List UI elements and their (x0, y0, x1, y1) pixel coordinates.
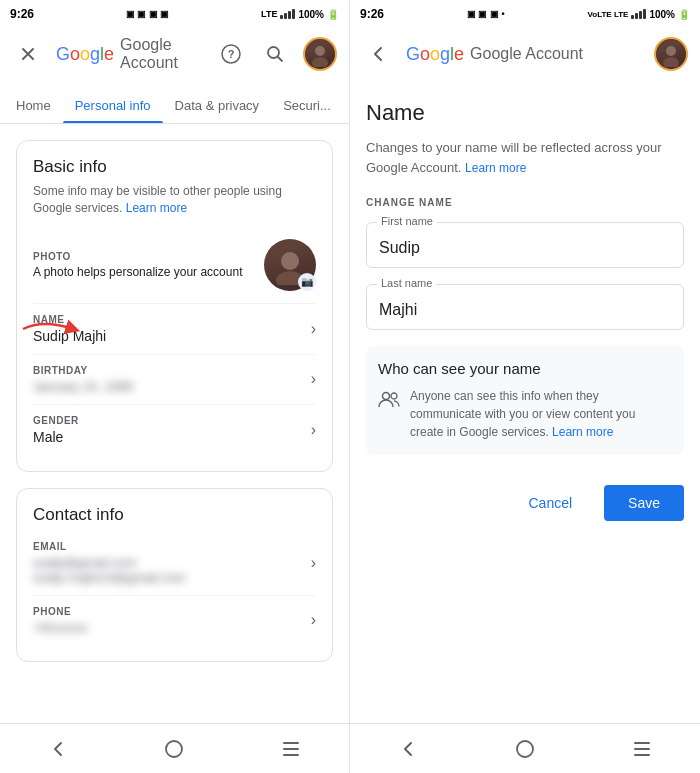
email-value-1: sudip@gmail.com (33, 555, 186, 570)
left-back-button[interactable] (38, 729, 78, 769)
svg-point-3 (315, 46, 325, 56)
svg-point-4 (312, 57, 328, 67)
right-notification-icons: ▣ ▣ ▣ • (467, 9, 505, 19)
cancel-button[interactable]: Cancel (508, 485, 592, 521)
photo-row[interactable]: PHOTO A photo helps personalize your acc… (33, 231, 316, 304)
battery-icon: 🔋 (327, 9, 339, 20)
right-time: 9:26 (360, 7, 384, 21)
email-value-2: sudip.majhi14@gmail.com (33, 570, 186, 585)
right-nav-home[interactable] (505, 729, 545, 769)
email-row[interactable]: EMAIL sudip@gmail.com sudip.majhi14@gmai… (33, 531, 316, 596)
right-battery: 100% (649, 9, 675, 20)
last-name-field[interactable]: Last name Majhi (366, 284, 684, 330)
left-toolbar-account-text: Google Account (120, 36, 203, 72)
google-logo: Google (56, 44, 114, 65)
left-status-icons: LTE 100% 🔋 (261, 9, 339, 20)
left-time: 9:26 (10, 7, 34, 21)
svg-rect-9 (283, 748, 299, 750)
right-google-logo: Google (406, 44, 464, 65)
tab-data-privacy[interactable]: Data & privacy (163, 88, 272, 123)
left-status-bar: 9:26 ▣ ▣ ▣ ▣ LTE 100% 🔋 (0, 0, 349, 28)
tab-personal-info[interactable]: Personal info (63, 88, 163, 123)
svg-point-7 (166, 741, 182, 757)
svg-point-12 (663, 57, 679, 67)
right-toolbar-account-text: Google Account (470, 45, 583, 63)
left-home-button[interactable] (154, 729, 194, 769)
right-battery-icon: 🔋 (678, 9, 690, 20)
page-desc: Changes to your name will be reflected a… (366, 138, 684, 177)
svg-point-14 (391, 393, 397, 399)
avatar-image (305, 39, 335, 69)
first-name-field[interactable]: First name Sudip (366, 222, 684, 268)
right-toolbar: Google Google Account (350, 28, 700, 80)
search-button[interactable] (259, 38, 291, 70)
gender-chevron: › (311, 421, 316, 439)
photo-info: PHOTO A photo helps personalize your acc… (33, 251, 242, 279)
left-signal-label: ▣ ▣ ▣ ▣ (126, 9, 170, 19)
phone-row[interactable]: PHONE +91xxxxx › (33, 596, 316, 645)
svg-rect-18 (634, 754, 650, 756)
left-toolbar: Google Google Account ? (0, 28, 349, 80)
right-toolbar-title: Google Google Account (406, 44, 642, 65)
svg-point-2 (268, 47, 279, 58)
right-panel: 9:26 ▣ ▣ ▣ • VoLTE LTE 100% 🔋 Google (350, 0, 700, 773)
people-icon (378, 389, 400, 416)
birthday-value: January 15, 1995 (33, 379, 133, 394)
svg-point-11 (666, 46, 676, 56)
email-chevron: › (311, 554, 316, 572)
action-row: Cancel Save (366, 475, 684, 531)
left-bottom-nav (0, 723, 349, 773)
tab-security[interactable]: Securi... (271, 88, 343, 123)
gender-row[interactable]: GENDER Male › (33, 405, 316, 455)
right-avatar-image (656, 39, 686, 69)
right-back-button[interactable] (362, 38, 394, 70)
who-can-see-learn-more[interactable]: Learn more (552, 425, 613, 439)
name-info: NAME Sudip Majhi (33, 314, 106, 344)
birthday-row[interactable]: BIRTHDAY January 15, 1995 › (33, 355, 316, 405)
basic-info-title: Basic info (33, 157, 316, 177)
name-chevron: › (311, 320, 316, 338)
left-menu-button[interactable] (271, 729, 311, 769)
page-title: Name (366, 100, 684, 126)
gender-info: GENDER Male (33, 415, 79, 445)
basic-info-learn-more[interactable]: Learn more (126, 201, 187, 215)
change-name-label: CHANGE NAME (366, 197, 684, 208)
right-bottom-nav (350, 723, 700, 773)
name-row[interactable]: NAME Sudip Majhi › (33, 304, 316, 355)
birthday-chevron: › (311, 370, 316, 388)
svg-point-13 (383, 393, 390, 400)
svg-point-5 (281, 252, 299, 270)
close-button[interactable] (12, 38, 44, 70)
phone-info: PHONE +91xxxxx (33, 606, 88, 635)
who-can-see-body: Anyone can see this info when they commu… (378, 387, 672, 441)
right-status-icons: VoLTE LTE 100% 🔋 (588, 9, 690, 20)
phone-value: +91xxxxx (33, 620, 88, 635)
help-button[interactable]: ? (215, 38, 247, 70)
left-signal: LTE (261, 9, 277, 19)
contact-info-card: Contact info EMAIL sudip@gmail.com sudip… (16, 488, 333, 662)
first-name-value: Sudip (379, 239, 671, 257)
right-signal-bars (631, 9, 646, 19)
left-tabs: Home Personal info Data & privacy Securi… (0, 80, 349, 124)
left-content: Basic info Some info may be visible to o… (0, 124, 349, 723)
right-nav-menu[interactable] (622, 729, 662, 769)
save-button[interactable]: Save (604, 485, 684, 521)
left-avatar[interactable] (303, 37, 337, 71)
right-avatar[interactable] (654, 37, 688, 71)
page-desc-learn-more[interactable]: Learn more (465, 161, 526, 175)
tab-home[interactable]: Home (4, 88, 63, 123)
right-nav-back[interactable] (388, 729, 428, 769)
phone-chevron: › (311, 611, 316, 629)
left-panel: 9:26 ▣ ▣ ▣ ▣ LTE 100% 🔋 Google (0, 0, 350, 773)
camera-icon: 📷 (298, 273, 316, 291)
left-battery: 100% (298, 9, 324, 20)
email-info: EMAIL sudip@gmail.com sudip.majhi14@gmai… (33, 541, 186, 585)
basic-info-card: Basic info Some info may be visible to o… (16, 140, 333, 472)
right-status-bar: 9:26 ▣ ▣ ▣ • VoLTE LTE 100% 🔋 (350, 0, 700, 28)
svg-text:?: ? (228, 48, 235, 60)
first-name-label: First name (377, 215, 437, 227)
basic-info-desc: Some info may be visible to other people… (33, 183, 316, 217)
who-can-see-text: Anyone can see this info when they commu… (410, 387, 672, 441)
right-signal: VoLTE LTE (588, 10, 629, 19)
profile-photo[interactable]: 📷 (264, 239, 316, 291)
